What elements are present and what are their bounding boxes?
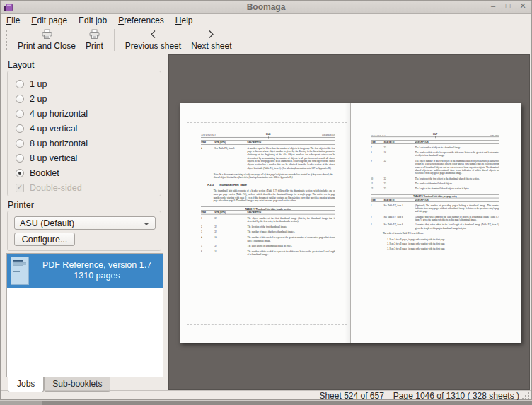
dropdown-arrow-icon (144, 223, 149, 225)
preview-page-right[interactable]: SECTION F.31047Hint TablesITEMSIZE (BITS… (351, 103, 521, 343)
statusbar: Sheet 524 of 657 Page 1046 of 1310 ( 328… (1, 390, 531, 401)
page-running-header: APPENDIX F1046Linearized PDF (201, 131, 335, 137)
table-header-row: ITEMSIZE (BITS)DESCRIPTION (201, 210, 335, 214)
radio-icon[interactable] (16, 124, 24, 133)
resize-grip-icon[interactable] (522, 392, 529, 399)
radio-icon[interactable] (16, 95, 24, 103)
job-page-count: 1310 pages (35, 271, 159, 281)
job-thumbnail (11, 257, 29, 285)
minimize-icon[interactable]: – (489, 1, 497, 11)
layout-option-8-up-vertical[interactable]: 8 up vertical (16, 151, 161, 165)
table-row: 1032The location of the first object in … (371, 177, 499, 180)
layout-option-2-up[interactable]: 2 up (16, 91, 161, 106)
table-row: 616The number of bits needed to represen… (201, 250, 335, 256)
page-running-header: SECTION F.31047Hint Tables (371, 131, 499, 137)
table-row: 416The number of bits needed to represen… (201, 236, 335, 242)
table-row: 4See Table F.5, item 5A number equal to … (201, 146, 335, 169)
booklet-sheet[interactable]: APPENDIX F1046Linearized PDFITEMSIZE (BI… (180, 103, 521, 343)
menu-file[interactable]: File (6, 16, 25, 25)
menu-edit-page[interactable]: Edit page (25, 16, 73, 25)
double-sided-label: Double-sided (30, 183, 82, 193)
background-window-edge (0, 400, 532, 405)
toolbar-drag-handle[interactable] (4, 30, 7, 50)
ordered-list-item: 1. Item 1 for all pages, in page order s… (387, 238, 499, 241)
printer-icon (41, 28, 53, 40)
layout-option-8-up-horizontal[interactable]: 8 up horizontal (16, 136, 161, 151)
status-sheet-counter: Sheet 524 of 657 (319, 391, 383, 401)
maximize-icon[interactable]: □ (504, 1, 512, 11)
radio-icon[interactable] (16, 110, 24, 118)
printer-icon (88, 28, 100, 40)
titlebar[interactable]: Boomaga – □ ✕ (1, 1, 531, 14)
table-header-row: ITEMSIZE (BITS)DESCRIPTION (371, 198, 499, 202)
layout-option-label: 8 up vertical (30, 153, 77, 163)
checkbox-icon (16, 184, 24, 192)
table-header-row: ITEMSIZE (BITS)DESCRIPTION (371, 140, 499, 144)
radio-icon[interactable] (16, 169, 24, 177)
table-row: 1132The number of thumbnail shared objec… (371, 182, 499, 185)
table-row: 816The number of bits needed to represen… (371, 151, 499, 158)
radio-icon[interactable] (16, 154, 24, 163)
layout-option-1-up[interactable]: 1 up (16, 76, 161, 91)
ordered-list-item: 2. Item 2 for all pages, in page order s… (387, 242, 499, 245)
next-sheet-label: Next sheet (191, 41, 231, 51)
body-paragraph: The thumbnail hint table consists of a h… (214, 189, 335, 202)
print-and-close-button[interactable]: Print and Close (13, 28, 81, 52)
layout-option-4-up-vertical[interactable]: 4 up vertical (16, 121, 161, 136)
table-header-row: ITEMSIZE (BITS)DESCRIPTION (201, 141, 335, 145)
radio-icon[interactable] (16, 80, 24, 88)
status-page-counter: Page 1046 of 1310 ( 328 sheets ) (393, 391, 519, 401)
table-row: 932The object number of the first object… (371, 159, 499, 175)
chevron-right-icon (207, 28, 216, 40)
background-window-segment (0, 401, 42, 405)
sidebar: Layout 1 up2 up4 up horizontal4 up verti… (6, 54, 163, 390)
tab-jobs[interactable]: Jobs (8, 377, 44, 392)
table-row: 132The object number of the first thumbn… (201, 216, 335, 223)
print-label: Print (86, 41, 103, 51)
section-heading: F.3.3Thumbnail Hint Table (207, 184, 335, 187)
menubar: FileEdit pageEdit jobPreferencesHelp (1, 15, 531, 25)
previous-sheet-button[interactable]: Previous sheet (120, 28, 186, 52)
jobs-list: PDF Reference, version 1.7 1310 pages (6, 253, 163, 377)
table-row: 732The least number of objects in a thum… (371, 146, 499, 149)
configure-button-label: Configure... (22, 235, 68, 245)
note-paragraph: Note: In a document consisting of only o… (214, 172, 335, 179)
window-title: Boomaga (1, 2, 531, 12)
menu-preferences[interactable]: Preferences (112, 16, 170, 25)
double-sided-checkbox-row: Double-sided (16, 180, 161, 195)
table-row: 532The least length of a thumbnail image… (201, 245, 335, 248)
close-icon[interactable]: ✕ (519, 1, 527, 11)
layout-option-label: 1 up (30, 79, 47, 89)
printer-groupbox: ASU (Default) Configure... (7, 211, 161, 251)
print-and-close-label: Print and Close (18, 41, 76, 51)
chevron-left-icon (149, 28, 158, 40)
layout-section-label: Layout (8, 60, 35, 70)
job-list-item[interactable]: PDF Reference, version 1.7 1310 pages (7, 254, 163, 288)
body-paragraph: The order of items in Table F.8 is as fo… (383, 232, 499, 235)
table-row: 332The number of pages that have thumbna… (201, 230, 335, 234)
job-title: PDF Reference, version 1.7 (35, 260, 159, 271)
layout-option-label: 8 up horizontal (30, 139, 88, 148)
menu-edit-job[interactable]: Edit job (73, 16, 112, 25)
boomaga-window: Boomaga – □ ✕ FileEdit pageEdit jobPrefe… (0, 0, 532, 400)
layout-option-label: Booklet (30, 168, 59, 178)
next-sheet-button[interactable]: Next sheet (186, 28, 236, 52)
menu-help[interactable]: Help (170, 16, 199, 25)
layout-option-label: 2 up (30, 94, 47, 104)
printer-select[interactable]: ASU (Default) (14, 216, 156, 230)
table-row: 3See Table F.7, item 6A number that, whe… (371, 223, 499, 230)
ordered-list-item: 3. Item 3 for all pages, in page order s… (387, 247, 499, 250)
layout-option-4-up-horizontal[interactable]: 4 up horizontal (16, 106, 161, 121)
layout-option-booklet[interactable]: Booklet (16, 165, 161, 180)
printer-select-value: ASU (Default) (20, 218, 74, 228)
previous-sheet-label: Previous sheet (125, 41, 181, 51)
preview-page-left[interactable]: APPENDIX F1046Linearized PDFITEMSIZE (BI… (180, 103, 350, 343)
print-button[interactable]: Print (81, 28, 108, 52)
table-row: 232The location of the first thumbnail i… (201, 225, 335, 228)
radio-icon[interactable] (16, 139, 24, 148)
sheet-preview-area: APPENDIX F1046Linearized PDFITEMSIZE (BI… (168, 54, 530, 390)
table-row: 1See Table F.7, item 4(Optional) The num… (371, 204, 499, 213)
table-row: 2See Table F.7, item 6A number that, whe… (371, 215, 499, 221)
configure-button[interactable]: Configure... (14, 233, 75, 246)
tab-sub-booklets[interactable]: Sub-booklets (44, 377, 110, 392)
